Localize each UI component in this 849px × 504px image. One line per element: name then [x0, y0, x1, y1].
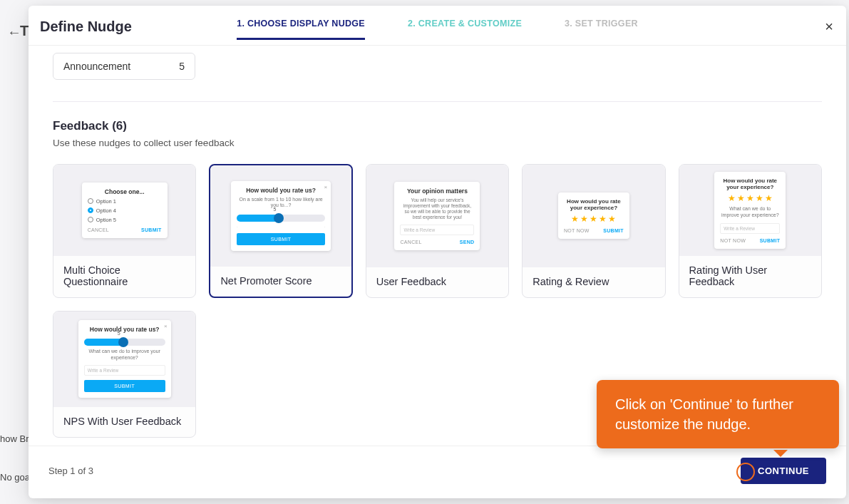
tutorial-tooltip: Click on 'Continue' to further customize…: [597, 380, 839, 448]
step-2[interactable]: 2. CREATE & CUSTOMIZE: [408, 19, 522, 38]
card-preview: Choose one... Option 1 Option 4 Option 5…: [53, 165, 195, 256]
mock-title: Your opinion matters: [400, 187, 474, 195]
card-nps[interactable]: × How would you rate us? On a scale from…: [209, 164, 352, 298]
card-label: Rating & Review: [523, 267, 664, 297]
card-label: Multi Choice Questionnaire: [53, 256, 195, 297]
mock-sub: You will help our service's improvement …: [400, 197, 474, 221]
mock-title: Choose one...: [88, 188, 162, 195]
prev-card-count: 5: [179, 61, 185, 72]
stars-icon: ★★★★★: [564, 214, 624, 224]
modal-footer: Step 1 of 3 CONTINUE: [29, 446, 846, 498]
card-label: Net Promoter Score: [210, 267, 351, 297]
card-label: User Feedback: [366, 267, 508, 297]
mock-sub: What can we do to improve your experienc…: [84, 349, 165, 361]
card-rating-review[interactable]: How would you rate your experience? ★★★★…: [522, 164, 665, 298]
card-rating-with-feedback[interactable]: How would you rate your experience? ★★★★…: [679, 164, 822, 298]
mock-close-icon: ×: [164, 323, 168, 329]
mock-option: Option 4: [96, 207, 116, 214]
mock-notnow: NOT NOW: [720, 238, 746, 243]
mock-notnow: NOT NOW: [564, 228, 590, 233]
mock-slider: 5: [237, 215, 325, 222]
mock-option: Option 5: [96, 217, 116, 223]
mock-submit-btn: SUBMIT: [84, 380, 165, 392]
card-preview: × How would you rate us? 5 What can we d…: [53, 312, 195, 407]
mock-title: How would you rate your experience?: [564, 198, 624, 211]
slider-value: 5: [273, 207, 276, 212]
feedback-section-title: Feedback (6): [53, 119, 822, 133]
mock-title: How would you rate your experience?: [720, 178, 780, 190]
card-preview: Your opinion matters You will help our s…: [366, 165, 508, 267]
mock-input: Write a Review: [84, 365, 165, 376]
card-label: Rating With User Feedback: [679, 256, 821, 297]
mock-cancel: CANCEL: [400, 240, 421, 245]
continue-button[interactable]: CONTINUE: [741, 458, 826, 484]
step-indicator: Step 1 of 3: [48, 466, 93, 476]
mock-close-icon: ×: [324, 184, 327, 190]
card-preview: How would you rate your experience? ★★★★…: [679, 165, 821, 256]
mock-title: How would you rate us?: [237, 187, 325, 194]
previous-section-card[interactable]: Announcement 5: [53, 53, 195, 80]
card-user-feedback[interactable]: Your opinion matters You will help our s…: [366, 164, 509, 298]
bg-back-arrow: ←: [7, 24, 21, 41]
mock-input: Write a Review: [400, 225, 474, 235]
mock-slider: 5: [84, 339, 165, 346]
bg-title-letter: T: [20, 23, 29, 39]
close-button[interactable]: ×: [825, 19, 833, 35]
stars-icon: ★★★★★: [720, 193, 780, 203]
define-nudge-modal: Define Nudge 1. CHOOSE DISPLAY NUDGE 2. …: [29, 6, 846, 498]
card-preview: How would you rate your experience? ★★★★…: [523, 165, 664, 267]
mock-submit: SUBMIT: [141, 227, 162, 232]
card-multi-choice[interactable]: Choose one... Option 1 Option 4 Option 5…: [53, 164, 196, 298]
bg-left-label-2: No goal: [0, 472, 32, 483]
prev-card-title: Announcement: [63, 61, 130, 72]
mock-submit: SUBMIT: [760, 238, 781, 243]
mock-submit-btn: SUBMIT: [237, 233, 325, 245]
mock-sub: On a scale from 1 to 10 how likely are y…: [237, 197, 325, 210]
card-nps-with-feedback[interactable]: × How would you rate us? 5 What can we d…: [53, 311, 196, 438]
mock-input: Write a Review: [720, 223, 780, 234]
step-1[interactable]: 1. CHOOSE DISPLAY NUDGE: [237, 19, 365, 38]
card-label: NPS With User Feedback: [53, 407, 195, 437]
feedback-section-subtitle: Use these nudges to collect user feedbac…: [53, 138, 822, 148]
mock-submit: SUBMIT: [603, 228, 624, 233]
step-3[interactable]: 3. SET TRIGGER: [565, 19, 638, 38]
mock-title: How would you rate us?: [84, 326, 165, 333]
mock-sub: What can we do to improve your experienc…: [720, 206, 780, 219]
mock-cancel: CANCEL: [88, 227, 109, 232]
mock-send: SEND: [460, 240, 475, 245]
section-divider: [53, 101, 822, 102]
mock-option: Option 1: [96, 198, 116, 205]
card-preview: × How would you rate us? On a scale from…: [210, 165, 351, 267]
modal-header: Define Nudge 1. CHOOSE DISPLAY NUDGE 2. …: [29, 6, 846, 46]
slider-value: 5: [118, 331, 120, 336]
